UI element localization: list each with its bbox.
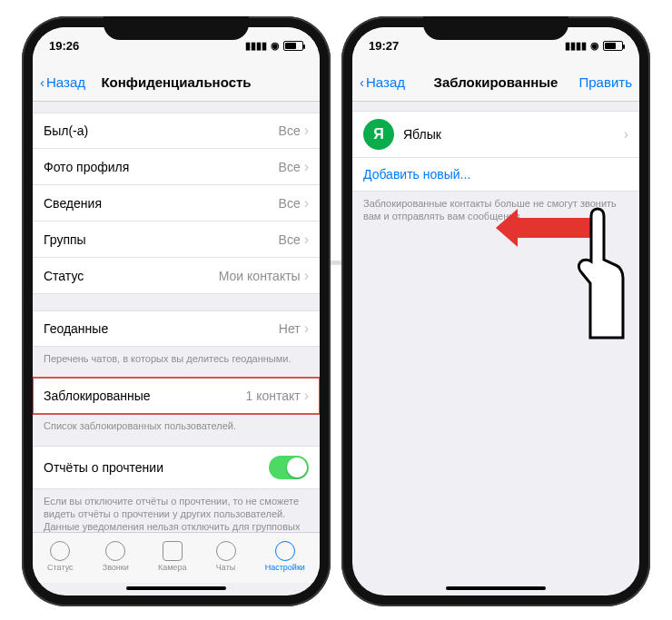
row-about[interactable]: Сведения Все› bbox=[33, 185, 320, 221]
toggle-on-icon[interactable] bbox=[269, 456, 309, 479]
pointing-hand-icon bbox=[570, 202, 634, 350]
home-indicator bbox=[126, 586, 226, 590]
signal-icon: ▮▮▮▮ bbox=[245, 40, 267, 52]
value: 1 контакт bbox=[245, 389, 300, 403]
label: Заблокированные bbox=[44, 389, 151, 403]
back-label: Назад bbox=[366, 74, 405, 90]
clock: 19:27 bbox=[369, 39, 399, 53]
tab-status[interactable]: Статус bbox=[47, 541, 73, 572]
camera-icon bbox=[163, 541, 183, 561]
row-live-location[interactable]: Геоданные Нет› bbox=[33, 310, 320, 347]
footer-receipts: Если вы отключите отчёты о прочтении, то… bbox=[33, 489, 320, 532]
label: Группы bbox=[44, 232, 86, 247]
edit-button[interactable]: Править bbox=[579, 74, 633, 90]
avatar: Я bbox=[363, 119, 394, 150]
tab-label: Камера bbox=[158, 563, 186, 572]
chevron-right-icon: › bbox=[304, 195, 309, 212]
tab-label: Чаты bbox=[216, 563, 235, 572]
notch bbox=[423, 16, 568, 40]
battery-icon bbox=[603, 41, 623, 51]
chevron-right-icon: › bbox=[304, 159, 309, 175]
page-title: Заблокированные bbox=[434, 74, 558, 90]
blocked-contact-row[interactable]: Я Яблык › bbox=[352, 111, 639, 158]
chevron-right-icon: › bbox=[304, 320, 309, 337]
home-indicator bbox=[446, 586, 546, 590]
label: Фото профиля bbox=[44, 160, 129, 174]
wifi-icon: ◉ bbox=[590, 40, 599, 52]
back-button[interactable]: ‹ Назад bbox=[40, 74, 85, 90]
row-blocked[interactable]: Заблокированные 1 контакт› bbox=[33, 378, 320, 414]
tab-label: Статус bbox=[47, 563, 73, 572]
tab-bar: Статус Звонки Камера Чаты Настройки bbox=[33, 532, 320, 583]
label: Отчёты о прочтении bbox=[44, 460, 163, 475]
footer-location: Перечень чатов, в которых вы делитесь ге… bbox=[33, 347, 320, 370]
label: Сведения bbox=[44, 196, 102, 211]
chevron-left-icon: ‹ bbox=[40, 74, 44, 90]
tab-chats[interactable]: Чаты bbox=[216, 541, 236, 572]
value: Все bbox=[279, 160, 301, 174]
battery-icon bbox=[283, 41, 303, 51]
chat-icon bbox=[216, 541, 236, 561]
phone-mockup-right: 19:27 ▮▮▮▮ ◉ ‹ Назад Заблокированные Пра… bbox=[341, 16, 650, 606]
nav-bar: ‹ Назад Конфиденциальность bbox=[33, 64, 320, 102]
row-groups[interactable]: Группы Все› bbox=[33, 221, 320, 258]
add-new-button[interactable]: Добавить новый... bbox=[352, 158, 639, 192]
phone-icon bbox=[105, 541, 125, 561]
row-profile-photo[interactable]: Фото профиля Все› bbox=[33, 149, 320, 185]
footer-blocked: Список заблокированных пользователей. bbox=[33, 414, 320, 438]
tab-label: Настройки bbox=[265, 563, 305, 572]
status-icon bbox=[50, 541, 70, 561]
notch bbox=[104, 16, 249, 40]
page-title: Конфиденциальность bbox=[101, 74, 251, 90]
value: Все bbox=[279, 196, 301, 211]
row-last-seen[interactable]: Был(-а) Все› bbox=[33, 113, 320, 149]
clock: 19:26 bbox=[49, 39, 79, 53]
chevron-left-icon: ‹ bbox=[360, 74, 364, 90]
value: Мои контакты bbox=[219, 269, 301, 283]
nav-bar: ‹ Назад Заблокированные Править bbox=[352, 64, 639, 102]
label: Геоданные bbox=[44, 321, 108, 336]
tab-calls[interactable]: Звонки bbox=[103, 541, 129, 572]
chevron-right-icon: › bbox=[304, 268, 309, 284]
value: Все bbox=[279, 123, 301, 138]
signal-icon: ▮▮▮▮ bbox=[565, 40, 587, 52]
tab-settings[interactable]: Настройки bbox=[265, 541, 305, 572]
chevron-right-icon: › bbox=[304, 123, 309, 139]
row-read-receipts[interactable]: Отчёты о прочтении bbox=[33, 446, 320, 489]
back-label: Назад bbox=[46, 74, 85, 90]
value: Нет bbox=[279, 321, 301, 336]
wifi-icon: ◉ bbox=[271, 40, 280, 52]
tab-camera[interactable]: Камера bbox=[158, 541, 186, 572]
contact-name: Яблык bbox=[403, 127, 441, 142]
phone-mockup-left: 19:26 ▮▮▮▮ ◉ ‹ Назад Конфиденциальность … bbox=[22, 16, 331, 606]
gear-icon bbox=[275, 541, 295, 561]
chevron-right-icon: › bbox=[624, 126, 628, 142]
value: Все bbox=[279, 232, 301, 247]
row-status[interactable]: Статус Мои контакты› bbox=[33, 258, 320, 294]
chevron-right-icon: › bbox=[304, 388, 309, 404]
back-button[interactable]: ‹ Назад bbox=[360, 74, 405, 90]
label: Был(-а) bbox=[44, 123, 88, 138]
label: Статус bbox=[44, 269, 84, 283]
chevron-right-icon: › bbox=[304, 231, 309, 248]
tab-label: Звонки bbox=[103, 563, 129, 572]
